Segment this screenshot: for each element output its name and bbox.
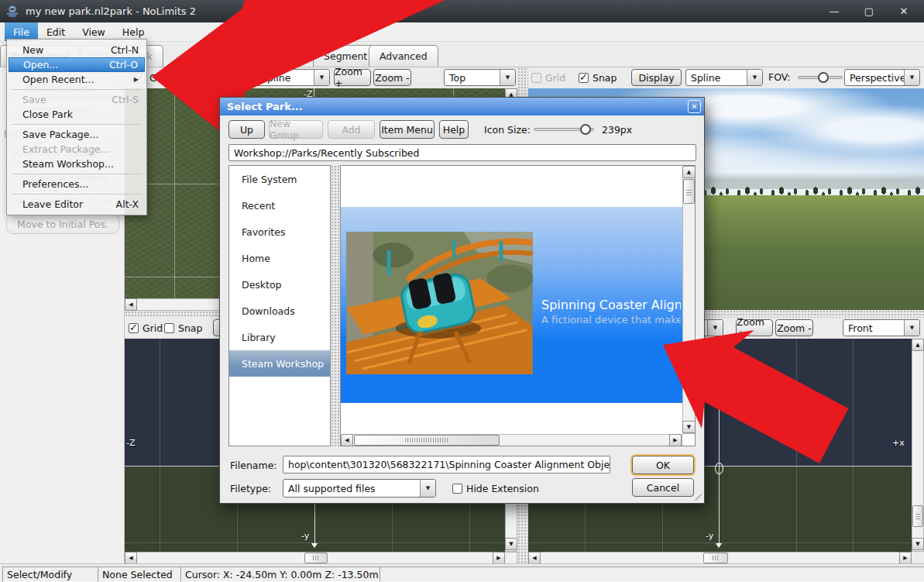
ok-button[interactable]: OK	[632, 456, 694, 474]
scrollbar-thumb[interactable]	[683, 179, 695, 204]
sidebar-item[interactable]: Desktop	[229, 271, 330, 298]
menu-item[interactable]: Preferences...	[9, 177, 145, 191]
park-file-list: Spinning Coaster Alignment O A fictional…	[340, 165, 696, 446]
new-group-button: New Group	[269, 120, 323, 139]
scroll-left-icon[interactable]: ◀	[125, 552, 137, 564]
up-button[interactable]: Up	[228, 120, 265, 139]
hide-extension-checkbox[interactable]: Hide Extension	[452, 480, 539, 497]
status-bar: Select/Modify None Selected Cursor: X: -…	[0, 563, 924, 582]
scroll-down-icon[interactable]: ▼	[912, 538, 924, 550]
scroll-right-icon[interactable]: ▶	[493, 552, 505, 564]
scroll-up-icon[interactable]: ▲	[682, 166, 696, 178]
sidebar-item[interactable]: Library	[229, 324, 330, 350]
vertical-scrollbar[interactable]	[682, 166, 696, 434]
minimize-button[interactable]: —	[818, 0, 850, 22]
fov-slider[interactable]	[798, 69, 843, 86]
fov-slider-thumb[interactable]	[818, 72, 829, 83]
scroll-down-icon[interactable]: ▼	[682, 421, 696, 433]
scroll-up-icon[interactable]: ▲	[912, 339, 924, 351]
checkbox-check-icon	[579, 73, 589, 83]
filetype-label: Filetype:	[230, 483, 271, 494]
filetype-select[interactable]: All supported files ▼	[283, 479, 436, 498]
title-bar[interactable]: my new park.nl2park - NoLimits 2	[0, 0, 924, 22]
select-park-dialog: Select Park... ✕ Up New Group Add Item M…	[219, 97, 705, 504]
viewport-toolbar-top-right: Grid Snap Display Spline ▼ FOV: Perspect…	[528, 67, 924, 89]
add-button: Add	[328, 120, 375, 139]
sidebar-item[interactable]: Recent	[229, 192, 330, 219]
zoom-in-button[interactable]: Zoom +	[736, 319, 773, 336]
checkbox-check-icon	[129, 323, 139, 333]
path-field[interactable]: Workshop://Parks/Recently Subscribed	[228, 144, 696, 161]
scrollbar-thumb[interactable]	[703, 553, 728, 563]
close-button[interactable]: ✕	[888, 0, 920, 22]
sidebar-item[interactable]: Favorites	[229, 219, 330, 245]
scrollbar-thumb[interactable]	[354, 435, 500, 446]
dialog-close-icon[interactable]: ✕	[688, 100, 701, 113]
menu-item[interactable]: New Ctrl-N	[9, 43, 145, 57]
sidebar-item[interactable]: Downloads	[229, 298, 330, 324]
status-mode: Select/Modify	[2, 567, 104, 582]
menu-item[interactable]: Leave Editor Alt-X	[9, 197, 145, 212]
menu-item[interactable]: Open Recent...	[9, 72, 145, 87]
mode-tab[interactable]: Advanced	[369, 45, 438, 67]
selected-park-item[interactable]: Spinning Coaster Alignment O A fictional…	[341, 207, 683, 403]
menu-item[interactable]: Open... Ctrl-O	[9, 57, 145, 72]
view-select-front[interactable]: Front ▼	[843, 319, 920, 336]
scroll-left-icon[interactable]: ◀	[125, 298, 137, 311]
origin-marker	[715, 463, 723, 474]
zoom-out-button[interactable]: Zoom -	[775, 319, 813, 336]
places-sidebar: File SystemRecentFavoritesHomeDesktopDow…	[228, 165, 331, 446]
scrollbar-thumb[interactable]	[912, 505, 923, 527]
icon-size-slider-thumb[interactable]	[580, 124, 591, 135]
zoom-in-button[interactable]: Zoom +	[334, 69, 371, 86]
park-thumbnail	[346, 232, 533, 374]
chevron-down-icon: ▼	[747, 70, 762, 85]
scroll-right-icon[interactable]: ▶	[899, 552, 912, 564]
display-button[interactable]: Display	[203, 69, 252, 86]
snap-checkbox[interactable]: Snap	[167, 69, 204, 86]
move-to-initial-pos-button[interactable]: Move to Initial Pos.	[6, 214, 119, 234]
zoom-out-button[interactable]: Zoom -	[373, 69, 411, 86]
filename-label: Filename:	[230, 460, 277, 471]
menu-item	[9, 171, 145, 177]
view-select-perspective[interactable]: Perspective ▼	[844, 69, 920, 86]
chevron-down-icon: ▼	[420, 480, 435, 497]
menu-item[interactable]: Close Park	[9, 107, 145, 122]
item-menu-button[interactable]: Item Menu	[380, 120, 435, 139]
view-select-top[interactable]: Top ▼	[444, 69, 516, 86]
snap-checkbox[interactable]: Snap	[164, 319, 202, 336]
filename-field[interactable]: hop\content\301320\568322171\Spinning Co…	[283, 456, 610, 474]
edit-mode-select[interactable]: Spline ▼	[256, 69, 330, 86]
axis-label-z: -Z	[126, 438, 136, 448]
grid-checkbox[interactable]: Grid	[129, 319, 163, 336]
scroll-right-icon[interactable]: ▶	[669, 434, 682, 446]
maximize-button[interactable]: ▢	[853, 0, 885, 22]
icon-size-slider[interactable]	[534, 121, 594, 138]
sidebar-item[interactable]: File System	[229, 166, 330, 192]
dialog-title-bar[interactable]: Select Park...	[220, 98, 704, 115]
menu-item	[9, 122, 145, 127]
app-icon	[5, 5, 19, 19]
cancel-button[interactable]: Cancel	[632, 478, 694, 497]
chevron-down-icon: ▼	[314, 70, 329, 85]
help-button[interactable]: Help	[439, 120, 469, 139]
axis-label-x: +x	[892, 438, 905, 448]
scrollbar-thumb[interactable]	[304, 553, 328, 563]
scroll-left-icon[interactable]: ◀	[341, 434, 353, 446]
checkbox-check-icon	[167, 73, 177, 83]
menu-item	[9, 87, 145, 92]
snap-checkbox[interactable]: Snap	[579, 69, 617, 86]
display-button[interactable]: Display	[631, 69, 682, 86]
sidebar-item[interactable]: Home	[229, 245, 330, 271]
chevron-down-icon: ▼	[500, 70, 515, 85]
menu-item[interactable]: Save Package...	[9, 127, 145, 142]
menu-item[interactable]: Steam Workshop...	[9, 157, 145, 171]
scroll-down-icon[interactable]: ▼	[505, 538, 517, 550]
edit-mode-select[interactable]: Spline ▼	[685, 69, 763, 86]
scroll-left-icon[interactable]: ◀	[528, 552, 541, 564]
sidebar-item[interactable]: Steam Workshop	[229, 350, 330, 377]
park-item-title: Spinning Coaster Alignment O	[541, 298, 681, 312]
axis-arrow-icon	[716, 543, 722, 548]
menu-item	[9, 191, 145, 197]
sidebar-splitter[interactable]	[331, 165, 340, 446]
